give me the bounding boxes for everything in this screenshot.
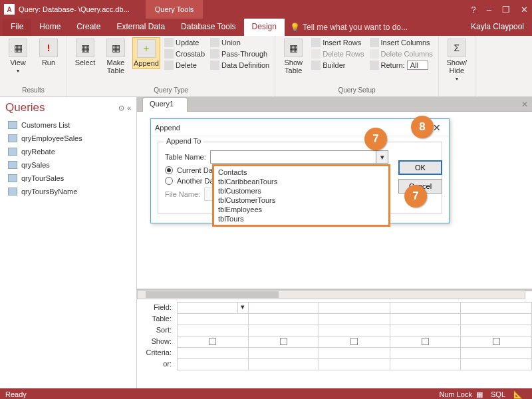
delete-rows-icon [311,49,321,59]
append-dialog: Append ? ✕ Append To Table Name: ▾ [150,118,450,223]
return-control[interactable]: Return: All [368,60,434,70]
design-grid[interactable]: Field: Table: Sort: Show: Criteria: or: … [137,302,532,388]
content-area: Queries ⊙« Customers List qryEmployeeSal… [0,97,532,388]
work-area: Query1 ✕ Append ? ✕ Append To Table Na [137,97,532,388]
nav-list: Customers List qryEmployeeSales qryRebat… [0,118,136,388]
insert-rows-icon [311,38,321,47]
nav-item-label: qrySales [21,161,50,169]
dropdown-option[interactable]: tblTours [215,214,387,223]
tab-file[interactable]: File [3,19,31,36]
select-label: Select [75,59,96,66]
insert-cols-icon [370,38,379,47]
tab-design[interactable]: Design [244,19,285,36]
tab-database-tools[interactable]: Database Tools [173,19,244,36]
nav-collapse-icon[interactable]: « [127,104,131,112]
dropdown-option[interactable]: tblCaribbeanTours [215,177,387,186]
object-tab-label: Query1 [150,100,174,108]
navigation-pane: Queries ⊙« Customers List qryEmployeeSal… [0,97,137,388]
ribbon: ▦View▾ !Run Results ▦Select ▦Make Table … [0,36,532,97]
passthrough-button[interactable]: Pass-Through [209,49,271,59]
object-close-button[interactable]: ✕ [521,100,528,109]
nav-item-qryemployeesales[interactable]: qryEmployeeSales [0,132,136,145]
append-button[interactable]: ＋Append [132,37,160,69]
user-name[interactable]: Kayla Claypool [463,19,532,36]
show-checkbox[interactable] [280,338,287,345]
help-button[interactable]: ? [471,5,476,15]
nav-header[interactable]: Queries [5,101,45,114]
table-name-combo[interactable]: ▾ [210,150,388,164]
union-button[interactable]: Union [209,37,271,48]
delete-cols-icon [370,49,379,59]
show-table-icon: ▦ [284,39,303,57]
object-tab-query1[interactable]: Query1 [142,97,188,112]
nav-item-qrytoursales[interactable]: qryTourSales [0,172,136,185]
query-icon [8,121,17,129]
maximize-button[interactable]: ❐ [502,5,510,15]
dropdown-option[interactable]: Contacts [215,168,387,177]
nav-item-customers-list[interactable]: Customers List [0,118,136,132]
view-design-icon[interactable]: 📐 [509,389,527,400]
insert-rows-label: Insert Rows [323,39,361,47]
crosstab-button[interactable]: Crosstab [163,49,206,59]
tab-external-data[interactable]: External Data [108,19,173,36]
close-button[interactable]: ✕ [521,5,528,15]
nav-item-qrytoursbyname[interactable]: qryToursByName [0,185,136,198]
tell-me[interactable]: 💡 Tell me what you want to do... [290,19,408,36]
file-name-label: File Name: [165,190,200,198]
view-datasheet-icon[interactable]: ▦ [472,389,487,400]
delete-columns-button[interactable]: Delete Columns [368,49,434,59]
run-button[interactable]: !Run [35,37,63,68]
show-hide-label: Show/ Hide [447,59,467,74]
design-grid-table[interactable]: ▾ [177,302,532,370]
query-icon [8,161,17,169]
nav-item-qrysales[interactable]: qrySales [0,158,136,172]
scrollbar-thumb[interactable] [146,291,279,298]
horizontal-scrollbar[interactable] [137,290,525,299]
return-label: Return: [381,61,405,69]
show-hide-button[interactable]: ΣShow/ Hide▾ [443,37,471,83]
ok-button[interactable]: OK [398,160,442,175]
design-top-pane[interactable]: Append ? ✕ Append To Table Name: ▾ [137,112,532,291]
datadef-label: Data Definition [221,61,269,69]
another-database-radio[interactable] [165,177,173,185]
context-tab-query-tools[interactable]: Query Tools [146,0,203,19]
show-table-button[interactable]: ▦Show Table [279,37,307,76]
builder-button[interactable]: Builder [310,60,365,70]
tab-home[interactable]: Home [31,19,68,36]
run-label: Run [42,59,55,66]
grid-row-show: Show: [137,337,174,345]
dropdown-option[interactable]: tblEmployees [215,205,387,214]
group-results: Results [4,86,63,95]
nav-dropdown-icon[interactable]: ⊙ [118,104,124,112]
delete-rows-button[interactable]: Delete Rows [310,49,365,59]
dropdown-option[interactable]: tblCustomerTours [215,196,387,205]
show-checkbox[interactable] [350,338,358,345]
group-show-hide [443,94,471,95]
view-button[interactable]: ▦View▾ [4,37,32,75]
delete-button[interactable]: Delete [163,60,206,70]
data-definition-button[interactable]: Data Definition [209,60,271,70]
combo-dropdown-button[interactable]: ▾ [376,151,388,163]
nav-item-qryrebate[interactable]: qryRebate [0,145,136,158]
show-checkbox[interactable] [493,338,500,345]
view-sql-button[interactable]: SQL [487,389,509,399]
current-database-radio[interactable] [165,166,173,174]
show-checkbox[interactable] [209,338,216,345]
table-name-dropdown[interactable]: Contacts tblCaribbeanTours tblCustomers … [212,164,390,227]
select-button[interactable]: ▦Select [71,37,99,68]
make-table-button[interactable]: ▦Make Table [102,37,130,76]
dropdown-option[interactable]: tblCustomers [215,186,387,196]
insert-rows-button[interactable]: Insert Rows [310,37,365,48]
tab-create[interactable]: Create [68,19,108,36]
show-checkbox[interactable] [422,338,429,345]
return-combo[interactable]: All [407,61,428,70]
grid-row-or: or: [137,360,174,368]
show-table-label: Show Table [284,59,303,74]
window-title: Query: Database- \Query.acc.db... [19,5,130,13]
insert-columns-button[interactable]: Insert Columns [368,37,434,48]
nav-item-label: qryTourSales [21,174,64,182]
field-dropdown-icon[interactable]: ▾ [237,303,248,313]
grid-row-sort: Sort: [137,326,174,334]
minimize-button[interactable]: – [487,5,491,15]
update-button[interactable]: Update [163,37,206,48]
